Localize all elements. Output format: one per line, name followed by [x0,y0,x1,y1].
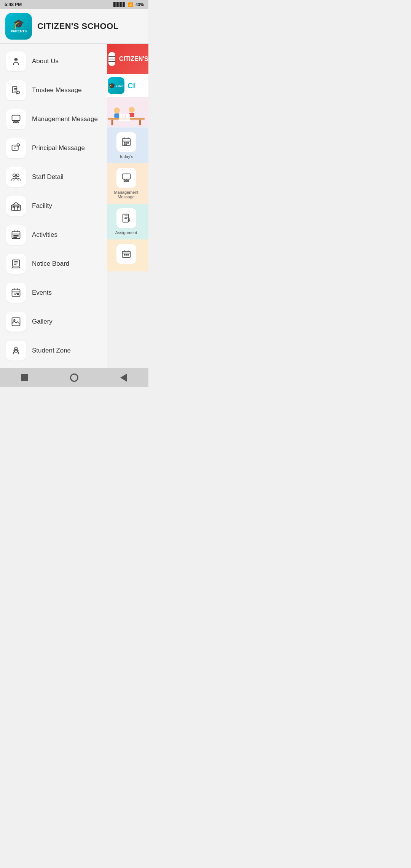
extra-card[interactable] [104,239,148,271]
sidebar-item-notice-board[interactable]: Notice Board [0,249,107,278]
student-icon-wrap [6,341,26,361]
back-icon [120,373,127,382]
app-title: CITIZEN'S SCHOOL [37,21,119,31]
svg-rect-53 [126,254,126,255]
activities-icon-wrap [6,225,26,245]
facility-icon-wrap [6,196,26,216]
right-panel: CITIZEN'S 🎓 STAFF CI [104,44,148,368]
facility-icon [11,201,21,211]
svg-rect-32 [139,120,141,126]
assignment-icon-wrap [116,208,136,228]
svg-rect-15 [13,206,14,208]
assignment-label: Assignment [115,230,137,235]
svg-point-1 [16,59,16,60]
svg-rect-50 [123,214,128,222]
calendar-icon [121,137,132,147]
svg-point-33 [114,107,120,113]
status-icons: ▋▋▋▋ 📶 43% [113,2,144,7]
assignment-icon [121,213,132,223]
svg-rect-26 [12,318,20,326]
sidebar-item-about-us[interactable]: About Us [0,47,107,76]
circle-icon [70,373,78,382]
todays-icon-wrap [116,132,136,152]
svg-rect-42 [126,142,126,143]
bottom-navigation [0,368,148,387]
svg-point-27 [14,319,15,321]
svg-rect-44 [124,144,125,145]
notice-icon [11,258,21,269]
svg-rect-16 [18,206,19,208]
square-icon [21,374,28,381]
svg-rect-4 [12,115,20,121]
home-button[interactable] [19,372,30,383]
sidebar-item-student-zone[interactable]: Student Zone [0,336,107,365]
notice-label: Notice Board [32,260,69,268]
svg-rect-39 [119,114,130,121]
management-icon [11,114,21,124]
sidebar-item-management-message[interactable]: Management Message [0,105,107,134]
assignment-card[interactable]: Assignment [104,204,148,239]
kids-illustration [104,97,148,128]
sidebar-menu: About Us Trustee Message [0,44,107,368]
app-info-bar: 🎓 STAFF CI [104,74,148,97]
principal-label: Principal Message [32,144,85,152]
hamburger-icon [108,56,115,62]
svg-rect-45 [126,144,126,145]
sidebar-item-facility[interactable]: Facility [0,191,107,220]
todays-card[interactable]: Today's [104,128,148,163]
staff-logo: 🎓 STAFF [108,77,124,94]
trustee-icon [11,85,21,96]
svg-rect-18 [14,235,14,236]
management-card-label: ManagementMessage [114,190,138,199]
kids-scene [104,97,148,128]
activities-label: Activities [32,231,57,239]
student-icon [11,345,21,356]
svg-rect-14 [15,207,18,210]
facility-label: Facility [32,202,52,210]
svg-rect-46 [122,174,130,179]
sidebar-item-staff-detail[interactable]: Staff Detail [0,163,107,191]
hero-image [104,97,148,128]
svg-rect-36 [129,113,134,117]
principal-icon-wrap [6,138,26,158]
time: 5:48 PM [5,2,22,7]
svg-rect-31 [112,120,113,126]
student-label: Student Zone [32,347,71,354]
sidebar-item-gallery[interactable]: Gallery [0,307,107,336]
right-panel-title: CITIZEN'S [119,56,148,62]
extra-icon-wrap [116,244,136,264]
events-label: Events [32,289,52,297]
management-card-icon-wrap [116,168,136,188]
svg-rect-41 [124,142,125,143]
about-us-icon-wrap [6,51,26,71]
logo-label: PARENTS [11,29,27,33]
activities-icon [11,230,21,240]
sidebar-item-activities[interactable]: Activities [0,220,107,249]
back-button[interactable] [118,372,129,383]
main-container: About Us Trustee Message [0,44,148,368]
app-header: 🎓 PARENTS CITIZEN'S SCHOOL [0,9,148,44]
recents-button[interactable] [69,372,80,383]
management-icon-wrap [6,109,26,129]
management-card[interactable]: ManagementMessage [104,163,148,204]
sidebar-item-events[interactable]: Events [0,278,107,307]
sidebar-item-principal-message[interactable]: Principal Message [0,134,107,163]
sidebar-item-trustee-message[interactable]: Trustee Message [0,76,107,105]
logo-symbol: 🎓 [13,19,24,29]
gallery-icon-wrap [6,312,26,332]
svg-rect-43 [127,142,128,143]
app-logo: 🎓 PARENTS [5,13,32,40]
svg-rect-20 [18,235,18,236]
svg-rect-52 [124,254,125,255]
trustee-label: Trustee Message [32,86,82,94]
events-icon-wrap [6,283,26,303]
svg-rect-25 [18,293,19,295]
svg-rect-21 [14,237,14,238]
about-us-icon [11,56,21,67]
svg-rect-19 [16,235,16,236]
svg-point-3 [17,91,19,94]
dashboard-cards: Today's ManagementMessage [104,128,148,271]
wifi-icon: 📶 [128,2,133,7]
staff-icon [11,172,21,182]
hamburger-button[interactable] [108,52,115,66]
